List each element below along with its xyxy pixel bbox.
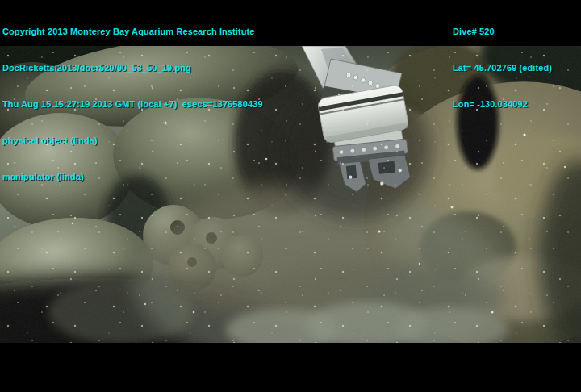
timestamp-line: Thu Aug 15 15:27:19 2013 GMT (local +7) … bbox=[2, 98, 263, 111]
copyright-line: Copyright 2013 Monterey Bay Aquarium Res… bbox=[2, 26, 263, 38]
rov-video-frame: Copyright 2013 Monterey Bay Aquarium Res… bbox=[0, 0, 581, 392]
dive-number: Dive# 520 bbox=[453, 26, 552, 38]
overlay-top-left: Copyright 2013 Monterey Bay Aquarium Res… bbox=[2, 2, 263, 207]
file-path-line: DocRicketts/2013/docr520/00_53_50_19.png bbox=[2, 62, 263, 74]
latitude-readout: Lat= 45.702769 (edited) bbox=[453, 62, 552, 74]
longitude-readout: Lon= -130.034092 bbox=[453, 98, 552, 111]
telemetry-readout: Depth=1903.85 mTemp=2.025 CSal=34.584 PS… bbox=[2, 377, 388, 392]
overlay-top-right: Dive# 520 Lat= 45.702769 (edited) Lon= -… bbox=[453, 2, 552, 135]
annotation-manipulator: manipulator (linda) bbox=[2, 171, 263, 183]
annotation-physical-object: physical object (linda) bbox=[2, 135, 263, 147]
